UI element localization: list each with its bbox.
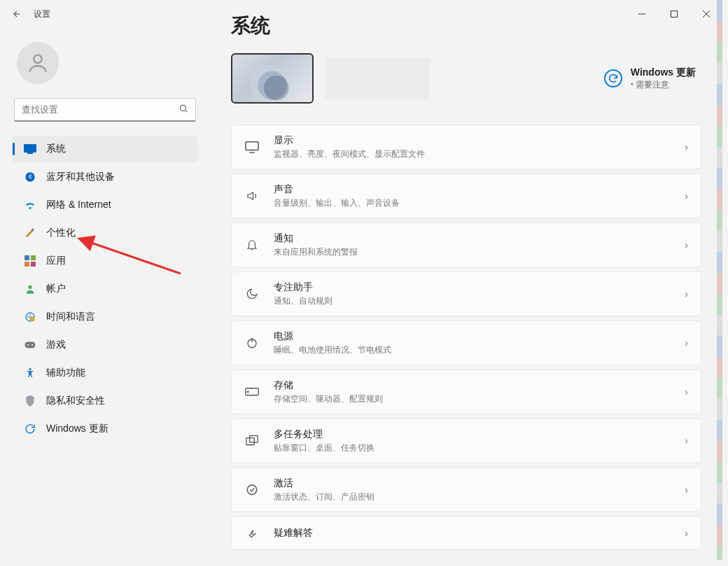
svg-point-24 (247, 485, 257, 495)
svg-rect-22 (246, 438, 254, 445)
back-button[interactable] (8, 6, 25, 22)
card-title: 专注助手 (274, 281, 671, 294)
app-title: 设置 (34, 8, 50, 20)
svg-rect-9 (24, 262, 29, 267)
svg-rect-10 (31, 262, 36, 267)
multitask-icon (244, 433, 260, 448)
card-title: 电源 (274, 330, 671, 343)
card-subtitle: 通知、自动规则 (274, 295, 671, 307)
chevron-right-icon: › (685, 484, 688, 495)
sidebar-item-label: 应用 (46, 255, 66, 267)
chevron-right-icon: › (685, 141, 688, 153)
pc-info-placeholder (325, 57, 430, 99)
chevron-right-icon: › (685, 386, 688, 397)
svg-rect-3 (24, 144, 36, 153)
sidebar-item-network[interactable]: 网络 & Internet (13, 192, 197, 218)
card-subtitle: 贴靠窗口、桌面、任务切换 (274, 442, 671, 454)
card-subtitle: 睡眠、电池使用情况、节电模式 (274, 344, 671, 356)
hero-row: Windows 更新 需要注意 (231, 53, 701, 104)
update-icon (24, 423, 36, 435)
sidebar-item-label: 游戏 (46, 339, 66, 351)
desktop-thumbnail[interactable] (231, 53, 314, 104)
moon-icon (244, 286, 260, 302)
card-title: 存储 (274, 379, 671, 392)
system-icon (24, 143, 36, 155)
accessibility-icon (24, 367, 36, 379)
card-subtitle: 存储空间、驱动器、配置规则 (274, 393, 671, 405)
card-storage[interactable]: 存储存储空间、驱动器、配置规则 › (231, 369, 701, 414)
wrench-icon (244, 525, 260, 541)
sidebar-item-system[interactable]: 系统 (13, 136, 197, 162)
update-subtitle: 需要注意 (631, 79, 696, 91)
main-content: 系统 Windows 更新 需要注意 显示监视器、亮度、夜间模式、显示配置文件 … (217, 7, 715, 560)
page-title: 系统 (231, 13, 701, 39)
person-icon (24, 283, 36, 295)
sidebar-item-label: 时间和语言 (46, 311, 95, 323)
svg-rect-8 (31, 255, 36, 260)
sidebar-item-label: 隐私和安全性 (46, 395, 105, 407)
card-title: 多任务处理 (274, 428, 671, 441)
sidebar-item-label: 蓝牙和其他设备 (46, 171, 115, 183)
card-display[interactable]: 显示监视器、亮度、夜间模式、显示配置文件 › (231, 125, 701, 169)
sidebar-item-label: 帐户 (46, 283, 66, 295)
sidebar-item-personalization[interactable]: 个性化 (13, 220, 197, 246)
svg-point-11 (28, 285, 31, 289)
gamepad-icon (24, 339, 36, 351)
card-title: 通知 (274, 232, 671, 245)
card-notifications[interactable]: 通知来自应用和系统的警报 › (231, 222, 701, 267)
sidebar-item-label: 网络 & Internet (46, 199, 111, 211)
settings-window: 设置 (0, 0, 722, 560)
card-subtitle: 监视器、亮度、夜间模式、显示配置文件 (274, 148, 671, 160)
card-subtitle: 来自应用和系统的警报 (274, 246, 671, 258)
svg-point-13 (30, 317, 35, 322)
sidebar-item-bluetooth[interactable]: 蓝牙和其他设备 (13, 164, 197, 190)
shield-icon (24, 395, 36, 407)
chevron-right-icon: › (685, 288, 688, 299)
card-activation[interactable]: 激活激活状态、订阅、产品密钥 › (231, 467, 701, 512)
card-title: 激活 (274, 477, 671, 490)
bluetooth-icon (24, 171, 36, 183)
svg-rect-23 (250, 436, 258, 443)
card-subtitle: 激活状态、订阅、产品密钥 (274, 491, 671, 503)
avatar[interactable] (17, 42, 59, 84)
sidebar-item-gaming[interactable]: 游戏 (13, 332, 197, 358)
card-focus-assist[interactable]: 专注助手通知、自动规则 › (231, 271, 701, 316)
svg-rect-14 (25, 342, 36, 348)
svg-point-17 (29, 368, 31, 370)
card-multitasking[interactable]: 多任务处理贴靠窗口、桌面、任务切换 › (231, 418, 701, 463)
chevron-right-icon: › (685, 337, 688, 348)
chevron-right-icon: › (685, 239, 688, 250)
update-title: Windows 更新 (631, 66, 696, 79)
settings-cards: 显示监视器、亮度、夜间模式、显示配置文件 › 声音音量级别、输出、输入、声音设备… (231, 125, 701, 550)
search-icon (178, 104, 188, 115)
svg-point-21 (247, 391, 248, 392)
sidebar-item-time-language[interactable]: 时间和语言 (13, 304, 197, 330)
update-sync-icon (604, 69, 622, 87)
storage-icon (244, 384, 260, 399)
card-sound[interactable]: 声音音量级别、输出、输入、声音设备 › (231, 174, 701, 218)
sidebar-item-privacy[interactable]: 隐私和安全性 (13, 388, 197, 414)
sidebar-item-windows-update[interactable]: Windows 更新 (13, 416, 197, 442)
nav: 系统 蓝牙和其他设备 网络 & Internet 个性化 (3, 133, 207, 445)
sidebar-item-apps[interactable]: 应用 (13, 248, 197, 274)
search-box[interactable] (14, 98, 196, 122)
sidebar-item-label: Windows 更新 (46, 423, 108, 435)
chevron-right-icon: › (685, 435, 688, 446)
sidebar-item-label: 个性化 (46, 227, 76, 239)
sidebar: 系统 蓝牙和其他设备 网络 & Internet 个性化 (0, 28, 210, 560)
card-title: 显示 (274, 134, 671, 147)
sidebar-item-accounts[interactable]: 帐户 (13, 276, 197, 302)
svg-point-2 (180, 105, 186, 111)
card-power[interactable]: 电源睡眠、电池使用情况、节电模式 › (231, 320, 701, 365)
search-input[interactable] (22, 104, 178, 115)
wifi-icon (24, 199, 36, 211)
svg-point-16 (31, 344, 33, 346)
brush-icon (24, 227, 36, 239)
sidebar-item-accessibility[interactable]: 辅助功能 (13, 360, 197, 386)
display-icon (244, 139, 260, 155)
svg-rect-7 (24, 255, 29, 260)
sidebar-item-label: 系统 (46, 143, 66, 155)
update-banner[interactable]: Windows 更新 需要注意 (604, 66, 701, 91)
chevron-right-icon: › (685, 528, 688, 539)
card-troubleshoot[interactable]: 疑难解答 › (231, 516, 701, 550)
